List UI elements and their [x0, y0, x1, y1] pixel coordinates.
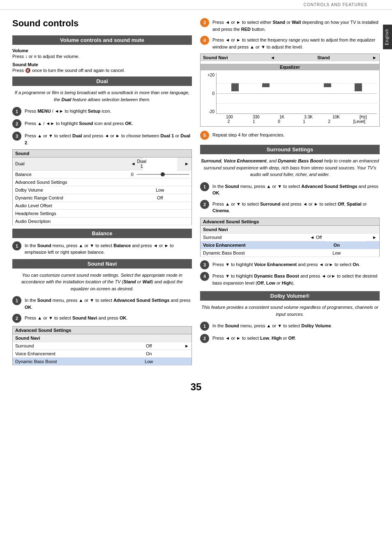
surround-step-4: 4 Press ▼ to highlight Dynamic Bass Boos… — [200, 272, 380, 286]
sn-row-dbb-label: Dynamic Bass Boost — [13, 358, 120, 366]
sound-navi-step-num-2: 2 — [12, 314, 21, 323]
eq-level-labels: 2 1 0 1 2 [Level] — [216, 119, 377, 124]
surround-step-num-4: 4 — [200, 272, 209, 281]
eq-freq-1k: 1K — [279, 115, 284, 119]
step-num-2: 2 — [12, 119, 21, 128]
main-content: Sound controls Volume controls and sound… — [0, 10, 392, 377]
sn-row-dbb-value: Low — [120, 358, 178, 366]
table-row-dual-arrow: ► — [177, 158, 192, 171]
dolby-step-num-2: 2 — [200, 334, 209, 343]
page-number: 35 — [0, 377, 392, 401]
sn-row-voice-arrow — [178, 350, 191, 358]
top-header: CONTROLS AND FEATURES — [0, 0, 392, 10]
eq-level-label: [Level] — [353, 119, 365, 124]
eq-level-1a: 1 — [253, 119, 255, 124]
left-column: Sound controls Volume controls and sound… — [12, 18, 192, 369]
sound-navi-step-num-1: 1 — [12, 296, 21, 305]
header-text: CONTROLS AND FEATURES — [304, 2, 367, 7]
table-row-balance-label: Balance — [13, 170, 129, 178]
eq-header-arrow-right: ► — [372, 55, 377, 60]
eq-header-label: Sound Navi — [203, 55, 228, 60]
surround-step-4-text: Press ▼ to highlight Dynamic Bass Boost … — [212, 272, 380, 286]
eq-level-2a: 2 — [228, 119, 230, 124]
surr-row-dbb-arrow — [366, 249, 379, 257]
surr-row-dbb-label: Dynamic Bass Boost — [201, 249, 308, 257]
right-step-4-text: Press ◄ or ► to select the frequency ran… — [212, 36, 380, 50]
right-step-num-5: 5 — [200, 131, 209, 140]
table-row-description: Audio Description — [13, 217, 192, 225]
eq-sub-label: Equalizer — [201, 64, 379, 70]
surround-step-3-text: Press ▼ to highlight Voice Enhancement a… — [212, 260, 360, 268]
eq-level-0: 0 — [278, 119, 280, 124]
dual-table: Sound Dual ◄ Dual 1 ► Balance 0 — [12, 149, 192, 225]
balance-step-num-1: 1 — [12, 241, 21, 250]
dual-note: If a programme or film is being broadcas… — [12, 89, 192, 103]
dolby-step-num-1: 1 — [200, 322, 209, 331]
surround-step-2-text: Press ▲ or ▼ to select Surround and pres… — [212, 200, 380, 214]
sn-table-subheader: Sound Navi — [13, 334, 192, 342]
volume-text: Press ↕ or ≡ to adjust the volume. — [12, 54, 192, 59]
eq-bar-100-pos — [231, 83, 239, 91]
eq-freq-10k: 10K — [332, 115, 340, 119]
right-step-3: 3 Press ◄ or ► to select either Stand or… — [200, 18, 380, 32]
sound-navi-step-2: 2 Press ▲ or ▼ to select Sound Navi and … — [12, 314, 192, 323]
eq-y-mid: 0 — [203, 91, 214, 96]
table-row-dual-label: Dual — [13, 158, 129, 171]
sn-row-surround-value: Off — [120, 342, 178, 350]
sound-navi-note: You can customize current sound mode set… — [12, 272, 192, 292]
surround-step-num-2: 2 — [200, 200, 209, 209]
eq-level-1b: 1 — [303, 119, 305, 124]
sound-navi-step-2-text: Press ▲ or ▼ to select Sound Navi and pr… — [25, 314, 127, 322]
equalizer-box: Sound Navi ◄ Stand ► Equalizer +20 0 -20 — [200, 53, 380, 127]
table-row-dolby-value: Low — [129, 186, 192, 194]
table-row-drc-label: Dynamic Range Control — [13, 194, 129, 202]
eq-bar-10k-pos — [355, 83, 362, 91]
table-header-sound: Sound — [13, 150, 192, 158]
volume-label: Volume — [12, 48, 192, 53]
side-tab-english: English — [383, 25, 392, 49]
surr-row-voice-value: On — [307, 241, 366, 249]
step-num-1: 1 — [12, 107, 21, 116]
sound-navi-step-1: 1 In the Sound menu, press ▲ or ▼ to sel… — [12, 296, 192, 310]
section-dolby-header: Dolby Volume® — [200, 291, 380, 301]
eq-freq-100: 100 — [226, 115, 233, 119]
surround-step-num-3: 3 — [200, 260, 209, 269]
surround-step-3: 3 Press ▼ to highlight Voice Enhancement… — [200, 260, 380, 269]
dual-step-1-text: Press MENU / ◄► to highlight Setup icon. — [25, 107, 111, 115]
dual-step-3: 3 Press ▲ or ▼ to select Dual and press … — [12, 132, 192, 146]
dolby-step-1: 1 In the Sound menu, press ▲ or ▼ to sel… — [200, 322, 380, 331]
dolby-step-1-text: In the Sound menu, press ▲ or ▼ to selec… — [212, 322, 332, 329]
page: CONTROLS AND FEATURES English Sound cont… — [0, 0, 392, 556]
section-sound-navi-header: Sound Navi — [12, 259, 192, 269]
balance-step-1: 1 In the Sound menu, press ▲ or ▼ to sel… — [12, 241, 192, 256]
eq-chart-area: +20 0 -20 — [203, 73, 377, 114]
sound-navi-step-1-text: In the Sound menu, press ▲ or ▼ to selec… — [25, 296, 192, 310]
eq-header-arrow-left: ◄ — [270, 55, 275, 60]
right-step-5: 5 Repeat step 4 for other frequencies. — [200, 131, 380, 140]
surr-row-surround-value: ◄Off — [307, 234, 325, 241]
dolby-step-2-text: Press ◄ or ► to select Low, High or Off. — [212, 334, 296, 342]
eq-y-bot: -20 — [203, 109, 214, 114]
dual-step-1: 1 Press MENU / ◄► to highlight Setup ico… — [12, 107, 192, 116]
table-row-advanced: Advanced Sound Settings — [13, 178, 192, 186]
surround-step-2: 2 Press ▲ or ▼ to select Surround and pr… — [200, 200, 380, 214]
eq-zero-line — [217, 93, 377, 94]
sn-row-dbb-arrow — [178, 358, 191, 366]
surr-row-voice-label: Voice Enhancement — [201, 241, 308, 249]
dolby-step-2: 2 Press ◄ or ► to select Low, High or Of… — [200, 334, 380, 343]
right-step-5-text: Repeat step 4 for other frequencies. — [212, 131, 285, 139]
table-row-headphone: Headphone Settings — [13, 209, 192, 217]
balance-step-1-text: In the Sound menu, press ▲ or ▼ to selec… — [25, 241, 192, 256]
eq-freq-hz: [Hz] — [360, 115, 367, 119]
mute-text: Press 🔇 once to turn the sound off and a… — [12, 68, 192, 73]
eq-freq-33k: 3.3K — [304, 115, 313, 119]
eq-bar-330-spacer — [262, 87, 270, 104]
surr-row-surround-arrow: ► — [366, 233, 379, 241]
dual-step-3-text: Press ▲ or ▼ to select Dual and press ◄ … — [25, 132, 192, 146]
table-row-dolby-label: Dolby Volume — [13, 186, 129, 194]
sn-row-voice-value: On — [120, 350, 178, 358]
dual-step-2-text: Press ▲ / ◄► to highlight Sound icon and… — [25, 119, 133, 127]
step-num-3: 3 — [12, 132, 21, 141]
right-step-num-4: 4 — [200, 36, 209, 45]
table-row-dual-value: ◄ Dual 1 — [129, 158, 143, 170]
